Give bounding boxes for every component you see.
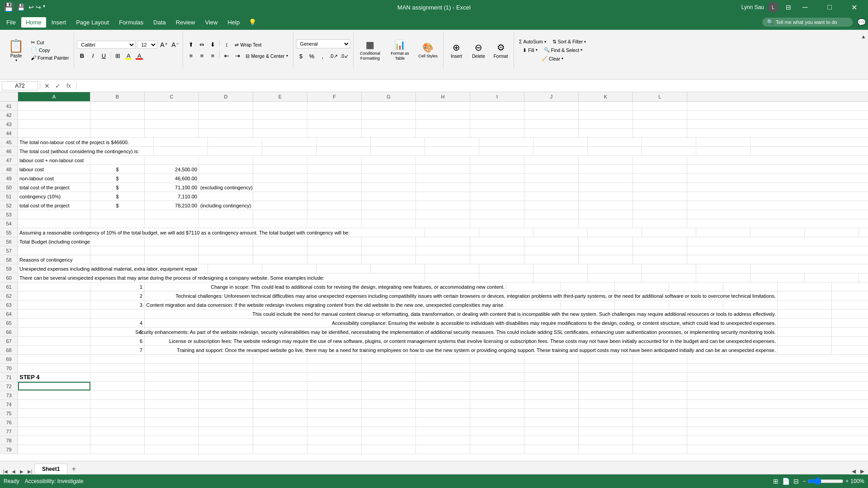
- col-header-j[interactable]: J: [524, 92, 579, 101]
- col-header-e[interactable]: E: [253, 92, 307, 101]
- cell[interactable]: [154, 138, 208, 146]
- decrease-indent-button[interactable]: ⇤: [222, 51, 231, 61]
- cell[interactable]: [524, 102, 579, 110]
- cell[interactable]: [416, 355, 470, 363]
- cell[interactable]: 7: [90, 346, 145, 354]
- cell[interactable]: [145, 409, 199, 418]
- cell[interactable]: [615, 300, 669, 309]
- cell[interactable]: [696, 264, 750, 273]
- cell[interactable]: [524, 174, 579, 183]
- cell[interactable]: $: [90, 174, 145, 183]
- cell[interactable]: [579, 246, 633, 255]
- border-button[interactable]: ⊞: [113, 51, 123, 61]
- chat-icon[interactable]: 💬: [857, 18, 866, 27]
- cell[interactable]: [416, 409, 470, 418]
- cell[interactable]: [18, 445, 90, 454]
- cell[interactable]: [253, 183, 307, 192]
- row-number[interactable]: 64: [0, 310, 18, 318]
- cell[interactable]: [524, 111, 579, 119]
- cell[interactable]: [90, 445, 145, 454]
- align-top-button[interactable]: ⬆: [186, 40, 196, 50]
- insert-function-button[interactable]: fx: [64, 81, 74, 91]
- cell[interactable]: Content migration and data conversion: I…: [145, 300, 506, 309]
- cell[interactable]: [307, 246, 362, 255]
- cell[interactable]: [633, 418, 687, 427]
- cell[interactable]: [470, 201, 524, 210]
- align-middle-button[interactable]: ⇔: [197, 40, 207, 50]
- cell[interactable]: [145, 246, 199, 255]
- cell[interactable]: Unexpected expenses including additional…: [18, 264, 154, 273]
- clear-button[interactable]: 🧹 Clear ▾: [539, 55, 566, 62]
- cell[interactable]: [805, 273, 859, 282]
- cell[interactable]: [416, 418, 470, 427]
- cell[interactable]: (including contingency): [199, 201, 253, 210]
- cell[interactable]: [362, 255, 416, 264]
- cell[interactable]: [145, 237, 199, 246]
- cell[interactable]: [307, 382, 362, 390]
- cell[interactable]: [145, 364, 199, 372]
- cell[interactable]: [90, 237, 145, 246]
- cell[interactable]: [579, 400, 633, 408]
- cell[interactable]: [253, 129, 307, 137]
- cell[interactable]: [579, 237, 633, 246]
- merge-dropdown[interactable]: ▾: [286, 54, 288, 58]
- col-header-l[interactable]: L: [633, 92, 687, 101]
- cell[interactable]: [90, 120, 145, 128]
- cell[interactable]: 6: [90, 337, 145, 345]
- row-number[interactable]: 54: [0, 219, 18, 228]
- cell[interactable]: [18, 409, 90, 418]
- cell[interactable]: [588, 228, 642, 237]
- cell[interactable]: [579, 201, 633, 210]
- cell[interactable]: [18, 111, 90, 119]
- cell[interactable]: [524, 418, 579, 427]
- cell[interactable]: [18, 346, 90, 354]
- cell[interactable]: [90, 409, 145, 418]
- cell[interactable]: Accessibility compliance: Ensuring the w…: [145, 319, 778, 327]
- cell[interactable]: [316, 264, 371, 273]
- cell[interactable]: [90, 255, 145, 264]
- cell[interactable]: [832, 328, 868, 336]
- cell[interactable]: $: [90, 201, 145, 210]
- format-button[interactable]: ⚙ Format: [491, 41, 511, 60]
- cell[interactable]: [90, 418, 145, 427]
- cell[interactable]: [470, 120, 524, 128]
- cell[interactable]: The total non-labour cost of the project…: [18, 138, 154, 146]
- cell[interactable]: [633, 210, 687, 219]
- cell[interactable]: [479, 273, 533, 282]
- cell[interactable]: [416, 246, 470, 255]
- cell[interactable]: [253, 210, 307, 219]
- cell[interactable]: [524, 210, 579, 219]
- cell[interactable]: [579, 192, 633, 201]
- cell[interactable]: Technical challenges: Unforeseen technic…: [145, 291, 778, 300]
- cell[interactable]: [778, 282, 832, 291]
- cell[interactable]: [307, 373, 362, 381]
- cell[interactable]: 2: [90, 291, 145, 300]
- cell[interactable]: [18, 382, 90, 390]
- copy-button[interactable]: 📄 Copy: [28, 47, 71, 54]
- menu-review[interactable]: Review: [171, 17, 200, 28]
- cell[interactable]: [633, 102, 687, 110]
- menu-home[interactable]: Home: [21, 17, 46, 28]
- cell[interactable]: Security enhancements: As part of the we…: [145, 328, 778, 336]
- cell[interactable]: [470, 210, 524, 219]
- cell[interactable]: [470, 129, 524, 137]
- cell[interactable]: [416, 445, 470, 454]
- cell[interactable]: [633, 237, 687, 246]
- row-number[interactable]: 51: [0, 192, 18, 201]
- cell[interactable]: [416, 382, 470, 390]
- cell[interactable]: [579, 165, 633, 174]
- cell[interactable]: [253, 382, 307, 390]
- paste-dropdown[interactable]: ▾: [15, 58, 17, 62]
- row-number[interactable]: 56: [0, 237, 18, 246]
- cell[interactable]: [307, 111, 362, 119]
- grid-container[interactable]: 4142434445The total non-labour cost of t…: [0, 102, 868, 461]
- cell[interactable]: [425, 228, 479, 237]
- cell[interactable]: [253, 102, 307, 110]
- cell[interactable]: [199, 237, 253, 246]
- bold-button[interactable]: B: [77, 51, 87, 61]
- format-table-button[interactable]: 📊 Format as Table: [386, 38, 414, 62]
- cell[interactable]: [199, 355, 253, 363]
- row-number[interactable]: 68: [0, 346, 18, 354]
- cell[interactable]: [253, 427, 307, 436]
- cell[interactable]: [588, 138, 642, 146]
